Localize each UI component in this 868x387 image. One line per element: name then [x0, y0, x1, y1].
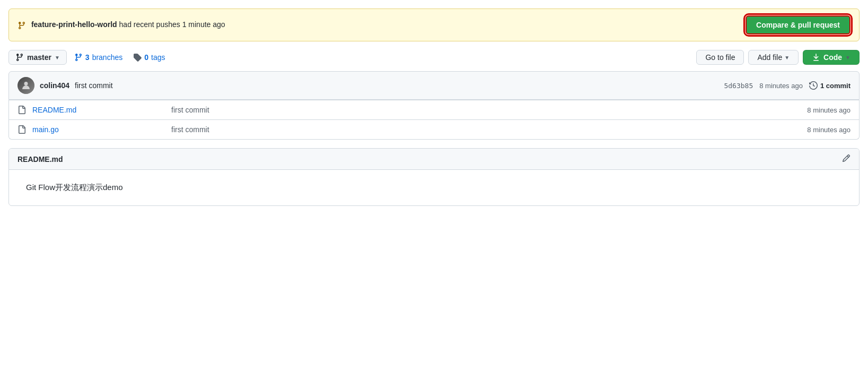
readme-title: README.md [17, 155, 63, 164]
edit-readme-button[interactable] [842, 154, 851, 164]
commit-time: 8 minutes ago [759, 82, 803, 90]
tags-count: 0 [144, 53, 148, 62]
file-commit-msg-maingo: first commit [171, 125, 801, 134]
commit-count-text: 1 commit [820, 82, 851, 90]
commit-message: first commit [75, 81, 113, 90]
commit-count-link[interactable]: 1 commit [809, 81, 851, 90]
commit-info-left: colin404 first commit [17, 77, 113, 94]
code-label: Code [823, 53, 842, 62]
tags-label: tags [151, 53, 165, 62]
readme-header: README.md [9, 149, 859, 170]
file-icon [17, 125, 26, 134]
table-row[interactable]: main.go first commit 8 minutes ago [9, 119, 859, 139]
history-icon [809, 81, 818, 90]
tags-link[interactable]: 0 tags [130, 51, 168, 64]
tags-icon [133, 53, 142, 62]
add-file-button[interactable]: Add file ▼ [748, 50, 799, 65]
avatar[interactable] [17, 77, 34, 94]
branch-icon [17, 21, 26, 30]
push-banner-text: feature-print-hello-world had recent pus… [17, 20, 225, 29]
readme-section: README.md Git Flow开发流程演示demo [8, 148, 860, 206]
banner-suffix: had recent pushes 1 minute ago [117, 20, 225, 29]
commit-author[interactable]: colin404 [40, 81, 69, 90]
code-chevron-icon: ▼ [845, 55, 851, 61]
branch-selector-label: master [27, 53, 51, 62]
branches-label: branches [92, 53, 123, 62]
commit-sha[interactable]: 5d63b85 [724, 82, 753, 90]
push-banner: feature-print-hello-world had recent pus… [8, 8, 860, 41]
file-table: README.md first commit 8 minutes ago mai… [8, 100, 860, 140]
avatar-image [17, 77, 34, 94]
file-icon [17, 106, 26, 114]
file-name-readme[interactable]: README.md [32, 106, 165, 114]
readme-content: Git Flow开发流程演示demo [26, 183, 842, 193]
chevron-down-icon: ▼ [55, 55, 60, 61]
branches-icon [74, 53, 83, 62]
branches-count: 3 [85, 53, 90, 62]
download-icon [812, 53, 820, 62]
add-file-label: Add file [757, 53, 782, 62]
branch-name-highlight: feature-print-hello-world [31, 20, 117, 29]
go-to-file-button[interactable]: Go to file [696, 50, 744, 65]
readme-body: Git Flow开发流程演示demo [9, 170, 859, 205]
toolbar: master ▼ 3 branches 0 tags Go to file Ad… [8, 50, 860, 65]
file-name-maingo[interactable]: main.go [32, 125, 165, 134]
commit-info-right: 5d63b85 8 minutes ago 1 commit [724, 81, 851, 90]
code-button[interactable]: Code ▼ [803, 50, 860, 65]
branch-selector-icon [15, 53, 24, 62]
commit-info-row: colin404 first commit 5d63b85 8 minutes … [8, 71, 860, 100]
branch-selector[interactable]: master ▼ [8, 50, 67, 65]
branches-link[interactable]: 3 branches [71, 51, 126, 64]
file-time-readme: 8 minutes ago [807, 106, 851, 114]
file-commit-msg-readme: first commit [171, 106, 801, 114]
table-row[interactable]: README.md first commit 8 minutes ago [9, 100, 859, 119]
compare-pr-button[interactable]: Compare & pull request [746, 15, 851, 35]
add-file-chevron-icon: ▼ [784, 55, 790, 61]
file-time-maingo: 8 minutes ago [807, 126, 851, 134]
pencil-icon [842, 154, 851, 162]
